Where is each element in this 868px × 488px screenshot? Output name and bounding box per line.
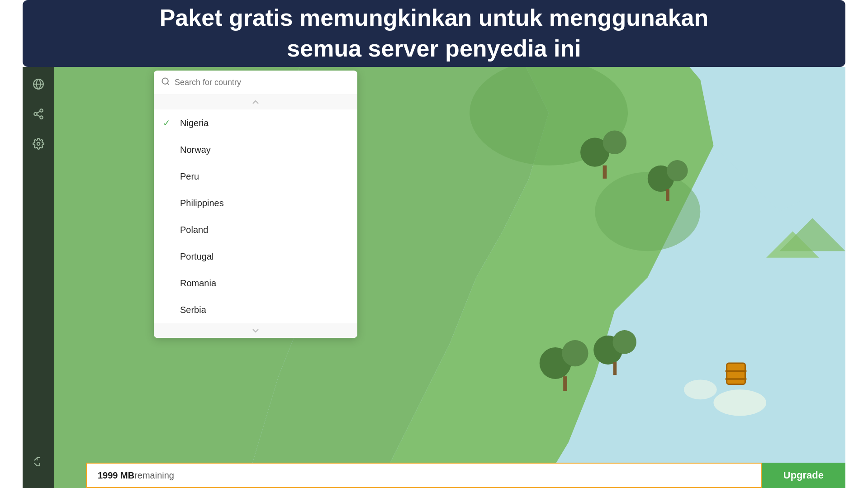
- country-list: ✓ Nigeria Norway Peru Philippines: [154, 109, 357, 323]
- scroll-arrow-down[interactable]: [154, 323, 357, 338]
- check-icon: ✓: [163, 118, 174, 128]
- svg-point-4: [34, 113, 37, 116]
- svg-line-10: [34, 463, 37, 466]
- country-name: Romania: [180, 278, 216, 289]
- scroll-arrow-up[interactable]: [154, 95, 357, 109]
- svg-point-21: [562, 340, 588, 366]
- banner-line1: Paket gratis memungkinkan untuk mengguna…: [160, 5, 709, 31]
- search-icon: [161, 77, 170, 88]
- svg-point-33: [162, 78, 168, 84]
- svg-point-13: [595, 172, 700, 251]
- country-name: Nigeria: [180, 118, 209, 128]
- svg-point-3: [40, 109, 43, 112]
- banner: Paket gratis memungkinkan untuk mengguna…: [23, 0, 845, 67]
- svg-rect-22: [563, 376, 567, 391]
- country-name: Portugal: [180, 251, 214, 262]
- country-name: Norway: [180, 145, 211, 155]
- svg-point-8: [37, 142, 40, 146]
- list-item[interactable]: Norway: [154, 137, 357, 163]
- svg-point-29: [714, 389, 767, 416]
- svg-rect-25: [613, 362, 617, 375]
- svg-rect-16: [603, 166, 607, 179]
- list-item[interactable]: Portugal: [154, 243, 357, 270]
- country-name: Poland: [180, 225, 208, 235]
- app-container: ✓ Nigeria Norway Peru Philippines: [23, 67, 845, 488]
- country-name: Peru: [180, 171, 199, 182]
- svg-line-6: [37, 115, 40, 117]
- settings-icon[interactable]: [30, 136, 47, 152]
- list-item[interactable]: ✓ Nigeria: [154, 109, 357, 137]
- sidebar: [23, 67, 54, 488]
- list-item[interactable]: Serbia: [154, 297, 357, 323]
- search-bar: [154, 71, 357, 95]
- list-item[interactable]: Philippines: [154, 190, 357, 217]
- svg-point-24: [613, 330, 636, 354]
- list-item[interactable]: Peru: [154, 163, 357, 190]
- country-name: Serbia: [180, 305, 206, 315]
- svg-line-34: [167, 83, 169, 85]
- upgrade-button[interactable]: Upgrade: [762, 463, 845, 488]
- svg-point-30: [684, 379, 717, 399]
- banner-line2: semua server penyedia ini: [287, 35, 581, 62]
- svg-rect-26: [727, 363, 745, 384]
- svg-rect-19: [666, 189, 669, 201]
- bottom-bar: 1999 MB remaining Upgrade: [86, 463, 845, 488]
- globe-icon[interactable]: [30, 76, 47, 92]
- share-icon[interactable]: [30, 106, 47, 122]
- data-remaining-bar: 1999 MB remaining: [86, 463, 762, 488]
- data-mb: 1999 MB: [98, 470, 134, 481]
- svg-line-7: [37, 111, 40, 113]
- collapse-icon[interactable]: [30, 454, 47, 470]
- country-name: Philippines: [180, 198, 224, 208]
- list-item[interactable]: Romania: [154, 270, 357, 297]
- country-dropdown: ✓ Nigeria Norway Peru Philippines: [154, 71, 357, 338]
- list-item[interactable]: Poland: [154, 217, 357, 243]
- data-remaining-text: remaining: [134, 470, 174, 481]
- search-input[interactable]: [175, 78, 350, 87]
- svg-point-15: [603, 130, 626, 154]
- banner-text: Paket gratis memungkinkan untuk mengguna…: [160, 3, 709, 64]
- svg-point-18: [667, 160, 688, 181]
- svg-point-5: [40, 116, 43, 119]
- map-area: ✓ Nigeria Norway Peru Philippines: [54, 67, 845, 488]
